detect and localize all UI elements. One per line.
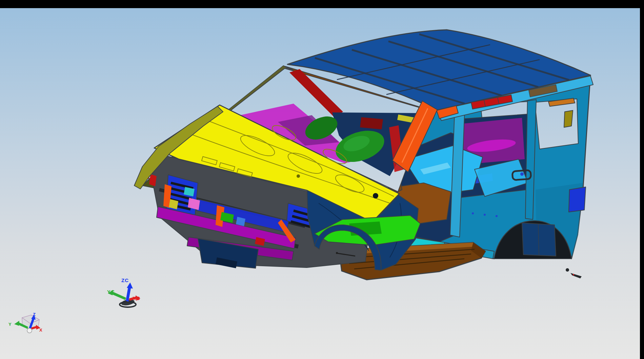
quarter-tab-olive[interactable] xyxy=(564,110,573,127)
sensor-tip xyxy=(336,252,338,254)
view-z-label[interactable]: Z xyxy=(33,312,36,317)
door-fastener xyxy=(472,212,474,214)
application-window: ZC YC XC Z Y X xyxy=(0,0,644,359)
loose-part-dot[interactable] xyxy=(566,268,569,272)
door-handle-lock xyxy=(520,172,524,176)
wcs-x-label[interactable]: XC xyxy=(133,295,140,301)
view-origin-ball[interactable] xyxy=(27,328,32,333)
door-fastener xyxy=(484,214,486,216)
hood-pin xyxy=(297,174,300,178)
view-y-label[interactable]: Y xyxy=(8,322,12,327)
rear-lamp-pocket-blue[interactable] xyxy=(569,187,586,212)
wcs-y-label[interactable]: YC xyxy=(107,289,115,295)
wcs-z-label[interactable]: ZC xyxy=(121,277,129,283)
door-fastener xyxy=(496,215,498,217)
fender-hole xyxy=(373,193,378,198)
dash-box-darkred xyxy=(360,117,383,129)
3d-viewport[interactable]: ZC YC XC Z Y X xyxy=(0,0,644,359)
loose-part-red-dot xyxy=(573,274,574,275)
view-x-label[interactable]: X xyxy=(39,328,42,333)
